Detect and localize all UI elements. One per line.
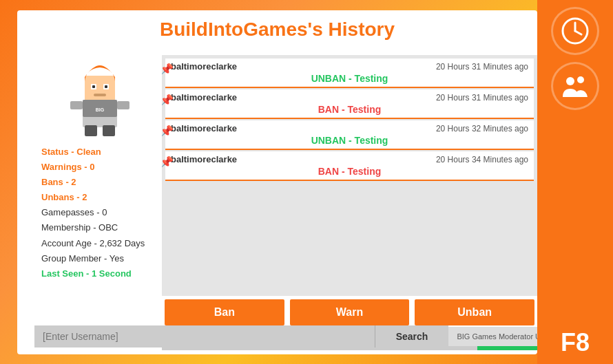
svg-point-16 <box>566 77 574 85</box>
pin-icon: 📌 <box>162 125 174 138</box>
pin-icon: 📌 <box>162 63 174 76</box>
main-panel: BuildIntoGames's History <box>17 10 537 354</box>
stat-status: Status - Clean <box>41 144 158 160</box>
entry-action: BAN - Testing <box>171 164 528 178</box>
entry-username: baltimoreclarke <box>171 61 237 72</box>
clock-icon-button[interactable] <box>551 7 599 55</box>
svg-rect-6 <box>94 94 106 96</box>
stat-warnings: Warnings - 0 <box>41 160 158 175</box>
svg-rect-1 <box>85 76 115 102</box>
svg-point-17 <box>577 76 584 83</box>
entry-top: baltimoreclarke 20 Hours 34 Minutes ago <box>171 154 528 164</box>
warn-button[interactable]: Warn <box>290 299 410 325</box>
entry-time: 20 Hours 31 Minutes ago <box>436 93 528 103</box>
stat-unbans: Unbans - 2 <box>41 190 158 205</box>
pin-icon: 📌 <box>162 156 174 169</box>
entry-username: baltimoreclarke <box>171 92 237 103</box>
svg-rect-7 <box>70 101 83 109</box>
entry-action: UNBAN - Testing <box>171 133 528 147</box>
history-entry: 📌 baltimoreclarke 20 Hours 31 Minutes ag… <box>165 58 534 88</box>
stats-list: Status - Clean Warnings - 0 Bans - 2 Unb… <box>41 144 158 281</box>
username-input[interactable] <box>34 325 375 347</box>
history-entry: 📌 baltimoreclarke 20 Hours 34 Minutes ag… <box>165 151 534 181</box>
stat-last-seen: Last Seen - 1 Second <box>41 266 158 281</box>
clock-icon <box>561 17 589 45</box>
entry-time: 20 Hours 31 Minutes ago <box>436 62 528 72</box>
stat-account-age: Account Age - 2,632 Days <box>41 236 158 251</box>
svg-text:BIG: BIG <box>96 107 105 112</box>
action-buttons: Ban Warn Unban <box>162 299 537 325</box>
stat-group-member: Group Member - Yes <box>41 251 158 266</box>
left-sidebar: BIG Status - Clean Warnings - 0 Bans - 2… <box>34 55 165 288</box>
avatar: BIG <box>62 62 138 138</box>
f8-label: F8 <box>561 328 590 357</box>
search-button[interactable]: Search <box>375 325 449 347</box>
entry-time: 20 Hours 32 Minutes ago <box>436 124 528 133</box>
svg-line-15 <box>575 31 581 34</box>
entry-top: baltimoreclarke 20 Hours 31 Minutes ago <box>171 92 528 103</box>
entry-top: baltimoreclarke 20 Hours 31 Minutes ago <box>171 61 528 72</box>
svg-rect-10 <box>103 125 115 136</box>
svg-rect-9 <box>85 125 97 136</box>
pin-icon: 📌 <box>162 94 174 107</box>
history-area: 📌 baltimoreclarke 20 Hours 31 Minutes ag… <box>162 55 537 296</box>
svg-rect-4 <box>92 85 95 88</box>
history-entry: 📌 baltimoreclarke 20 Hours 32 Minutes ag… <box>165 120 534 150</box>
people-icon <box>561 72 589 100</box>
entry-username: baltimoreclarke <box>171 154 237 164</box>
avatar-area: BIG <box>41 62 158 138</box>
unban-button[interactable]: Unban <box>415 299 534 325</box>
history-entry: 📌 baltimoreclarke 20 Hours 31 Minutes ag… <box>165 89 534 119</box>
stat-bans: Bans - 2 <box>41 175 158 190</box>
people-icon-button[interactable] <box>551 62 599 110</box>
entry-top: baltimoreclarke 20 Hours 32 Minutes ago <box>171 123 528 133</box>
entry-time: 20 Hours 34 Minutes ago <box>436 155 528 164</box>
page-title: BuildIntoGames's History <box>17 10 537 46</box>
entry-action: UNBAN - Testing <box>171 72 528 85</box>
stat-gamepasses: Gamepasses - 0 <box>41 205 158 220</box>
stat-membership: Membership - OBC <box>41 220 158 235</box>
right-sidebar: F8 <box>537 0 613 364</box>
ban-button[interactable]: Ban <box>165 299 284 325</box>
svg-rect-8 <box>117 101 129 109</box>
svg-rect-5 <box>105 85 107 88</box>
bottom-bar: Search BIG Games Moderator Util <box>34 325 554 347</box>
entry-username: baltimoreclarke <box>171 123 237 133</box>
entry-action: BAN - Testing <box>171 103 528 116</box>
